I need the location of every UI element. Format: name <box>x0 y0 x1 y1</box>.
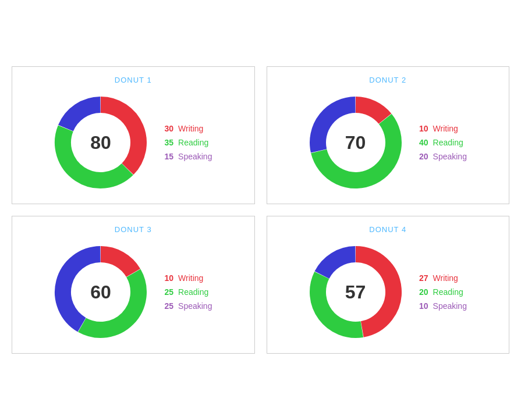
legend-label-speaking: Speaking <box>433 152 467 161</box>
legend-label-speaking: Speaking <box>178 152 212 161</box>
donut-chart-donut2: 70 <box>309 96 402 189</box>
legend-label-writing: Writing <box>178 124 203 133</box>
legend-item-reading: 20Reading <box>414 287 467 297</box>
legend-value-speaking: 10 <box>414 301 428 311</box>
legend-item-reading: 40Reading <box>414 138 467 147</box>
legend-donut1: 30Writing35Reading15Speaking <box>159 124 212 161</box>
legend-label-writing: Writing <box>433 124 458 133</box>
body-donut4: 5727Writing20Reading10Speaking <box>303 240 473 344</box>
legend-value-speaking: 15 <box>159 152 173 161</box>
legend-label-writing: Writing <box>433 273 458 283</box>
legend-label-reading: Reading <box>433 138 463 147</box>
legend-item-writing: 10Writing <box>159 273 212 283</box>
dashboard-grid: DONUT 18030Writing35Reading15SpeakingDON… <box>12 66 509 354</box>
legend-value-speaking: 20 <box>414 152 428 161</box>
legend-label-speaking: Speaking <box>433 301 467 311</box>
legend-value-writing: 27 <box>414 273 428 283</box>
donut-center-value-donut2: 70 <box>345 132 366 154</box>
card-donut4: DONUT 45727Writing20Reading10Speaking <box>267 216 510 354</box>
donut-center-value-donut3: 60 <box>90 282 111 303</box>
legend-label-reading: Reading <box>433 287 463 297</box>
legend-donut4: 27Writing20Reading10Speaking <box>414 273 467 311</box>
title-donut4: DONUT 4 <box>369 225 406 234</box>
legend-donut2: 10Writing40Reading20Speaking <box>414 124 467 161</box>
legend-label-speaking: Speaking <box>178 301 212 311</box>
legend-label-writing: Writing <box>178 273 203 283</box>
legend-value-writing: 30 <box>159 124 173 133</box>
legend-value-reading: 20 <box>414 287 428 297</box>
card-donut3: DONUT 36010Writing25Reading25Speaking <box>12 216 255 354</box>
legend-item-writing: 30Writing <box>159 124 212 133</box>
body-donut1: 8030Writing35Reading15Speaking <box>48 90 218 195</box>
legend-value-reading: 40 <box>414 138 428 147</box>
legend-item-speaking: 15Speaking <box>159 152 212 161</box>
legend-label-reading: Reading <box>178 138 208 147</box>
legend-item-speaking: 25Speaking <box>159 301 212 311</box>
legend-value-reading: 25 <box>159 287 173 297</box>
legend-item-speaking: 10Speaking <box>414 301 467 311</box>
title-donut3: DONUT 3 <box>115 225 152 234</box>
body-donut3: 6010Writing25Reading25Speaking <box>48 240 218 344</box>
title-donut1: DONUT 1 <box>115 76 152 84</box>
legend-value-speaking: 25 <box>159 301 173 311</box>
legend-donut3: 10Writing25Reading25Speaking <box>159 273 212 311</box>
legend-value-reading: 35 <box>159 138 173 147</box>
body-donut2: 7010Writing40Reading20Speaking <box>303 90 473 195</box>
title-donut2: DONUT 2 <box>369 76 406 84</box>
donut-chart-donut1: 80 <box>54 96 147 189</box>
card-donut1: DONUT 18030Writing35Reading15Speaking <box>12 66 255 204</box>
legend-item-writing: 27Writing <box>414 273 467 283</box>
legend-item-writing: 10Writing <box>414 124 467 133</box>
donut-chart-donut4: 57 <box>309 245 402 339</box>
legend-value-writing: 10 <box>414 124 428 133</box>
donut-chart-donut3: 60 <box>54 245 147 339</box>
legend-item-speaking: 20Speaking <box>414 152 467 161</box>
legend-item-reading: 25Reading <box>159 287 212 297</box>
legend-value-writing: 10 <box>159 273 173 283</box>
card-donut2: DONUT 27010Writing40Reading20Speaking <box>267 66 510 204</box>
donut-center-value-donut4: 57 <box>345 282 366 303</box>
legend-item-reading: 35Reading <box>159 138 212 147</box>
legend-label-reading: Reading <box>178 287 208 297</box>
donut-center-value-donut1: 80 <box>90 132 111 154</box>
